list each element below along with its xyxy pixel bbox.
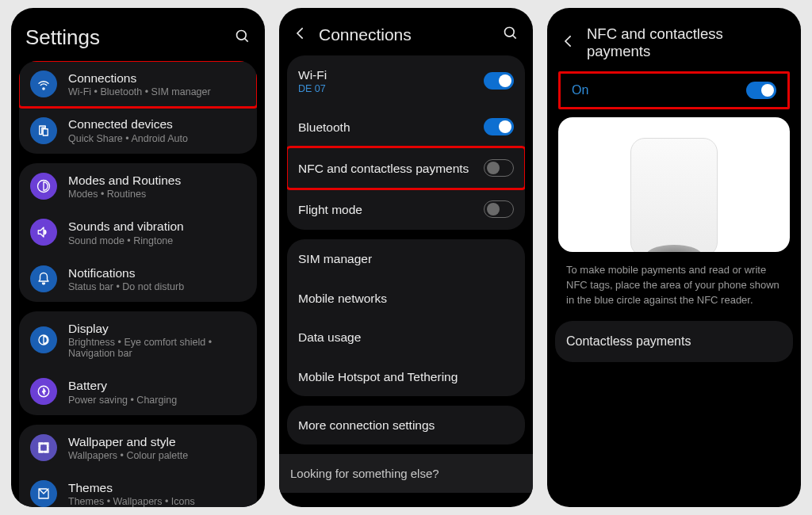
devices-icon [30, 117, 57, 144]
settings-row-themes[interactable]: ThemesThemes • Wallpapers • Icons [19, 471, 257, 507]
row-subtitle: DE 07 [298, 83, 473, 94]
notif-icon [30, 265, 57, 292]
wallpaper-icon [30, 434, 57, 461]
row-title: SIM manager [298, 251, 514, 266]
back-icon[interactable] [293, 25, 309, 44]
nfc-toggle-label: On [572, 82, 588, 98]
back-icon[interactable] [561, 33, 577, 52]
connections-row-mobile-networks[interactable]: Mobile networks [287, 279, 525, 318]
search-icon[interactable] [235, 29, 251, 48]
row-title: Wi-Fi [298, 67, 473, 82]
row-title: Themes [68, 480, 246, 495]
row-title: Display [68, 321, 246, 336]
settings-row-battery[interactable]: BatteryPower saving • Charging [19, 368, 257, 414]
row-title: Sounds and vibration [68, 219, 246, 234]
row-subtitle: Modes • Routines [68, 189, 246, 200]
settings-row-notifications[interactable]: NotificationsStatus bar • Do not disturb [19, 256, 257, 302]
sound-icon [30, 219, 57, 246]
toggle[interactable] [484, 72, 514, 90]
modes-icon [30, 173, 57, 200]
contactless-payments-row[interactable]: Contactless payments [555, 321, 793, 362]
page-title: Connections [319, 25, 493, 44]
settings-header: Settings [11, 8, 265, 61]
nfc-header: NFC and contactless payments [547, 8, 801, 71]
row-title: Data usage [298, 330, 514, 345]
row-title: Mobile Hotspot and Tethering [298, 369, 514, 384]
row-title: Mobile networks [298, 291, 514, 306]
toggle[interactable] [484, 200, 514, 218]
nfc-screen: NFC and contactless payments On To make … [547, 8, 801, 507]
settings-row-display[interactable]: DisplayBrightness • Eye comfort shield •… [19, 311, 257, 368]
row-subtitle: Status bar • Do not disturb [68, 281, 246, 292]
settings-screen: Settings ConnectionsWi-Fi • Bluetooth • … [11, 8, 265, 507]
battery-icon [30, 378, 57, 405]
row-title: Flight mode [298, 202, 473, 217]
row-title: Wallpaper and style [68, 434, 246, 449]
settings-row-connected-devices[interactable]: Connected devicesQuick Share • Android A… [19, 107, 257, 153]
row-title: Battery [68, 378, 246, 393]
toggle[interactable] [484, 118, 514, 135]
settings-row-sounds-and-vibration[interactable]: Sounds and vibrationSound mode • Rington… [19, 209, 257, 255]
row-subtitle: Wallpapers • Colour palette [68, 450, 246, 461]
row-title: Modes and Routines [68, 173, 246, 188]
connections-row-sim-manager[interactable]: SIM manager [287, 239, 525, 278]
settings-row-modes-and-routines[interactable]: Modes and RoutinesModes • Routines [19, 163, 257, 209]
page-title: NFC and contactless payments [587, 25, 787, 60]
row-title: Connected devices [68, 116, 246, 132]
row-subtitle: Sound mode • Ringtone [68, 235, 246, 246]
connections-row-bluetooth[interactable]: Bluetooth [287, 106, 525, 147]
row-title: Bluetooth [298, 120, 473, 135]
nfc-description: To make mobile payments and read or writ… [555, 263, 793, 321]
connections-header: Connections [279, 8, 533, 55]
connections-screen: Connections Wi-FiDE 07BluetoothNFC and c… [279, 8, 533, 507]
row-subtitle: Quick Share • Android Auto [68, 133, 246, 144]
connections-row-more-connection-settings[interactable]: More connection settings [287, 406, 525, 444]
nfc-illustration [558, 117, 790, 252]
row-title: Connections [68, 71, 246, 86]
row-subtitle: Brightness • Eye comfort shield • Naviga… [68, 337, 246, 359]
search-icon[interactable] [503, 25, 519, 44]
connections-row-wi-fi[interactable]: Wi-FiDE 07 [287, 55, 525, 106]
settings-row-wallpaper-and-style[interactable]: Wallpaper and styleWallpapers • Colour p… [19, 425, 257, 471]
looking-for-something[interactable]: Looking for something else? [279, 454, 533, 493]
connections-row-flight-mode[interactable]: Flight mode [287, 189, 525, 230]
connections-row-data-usage[interactable]: Data usage [287, 318, 525, 357]
settings-row-connections[interactable]: ConnectionsWi-Fi • Bluetooth • SIM manag… [19, 61, 257, 107]
themes-icon [30, 480, 57, 507]
row-title: More connection settings [298, 418, 514, 433]
row-subtitle: Wi-Fi • Bluetooth • SIM manager [68, 86, 246, 97]
wifi-icon [30, 71, 57, 97]
connections-row-nfc-and-contactless-payments[interactable]: NFC and contactless payments [287, 147, 525, 189]
row-title: Notifications [68, 265, 246, 280]
row-subtitle: Themes • Wallpapers • Icons [68, 496, 246, 507]
page-title: Settings [25, 25, 225, 50]
toggle[interactable] [484, 159, 514, 177]
nfc-toggle[interactable] [746, 82, 776, 99]
row-title: NFC and contactless payments [298, 161, 473, 176]
nfc-toggle-row[interactable]: On [558, 71, 790, 109]
row-subtitle: Power saving • Charging [68, 395, 246, 406]
connections-row-mobile-hotspot-and-tethering[interactable]: Mobile Hotspot and Tethering [287, 357, 525, 396]
display-icon [30, 326, 57, 353]
